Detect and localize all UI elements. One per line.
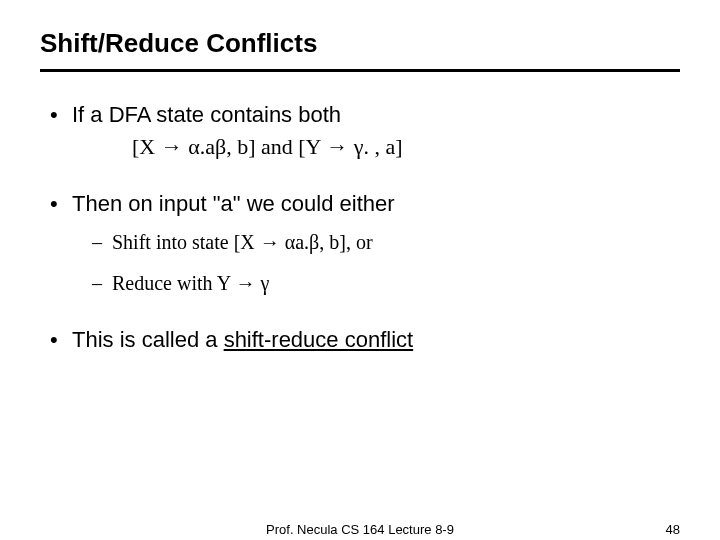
bullet-3: This is called a shift-reduce conflict (50, 325, 680, 355)
bullet-2: Then on input "a" we could either Shift … (50, 189, 680, 297)
bullet-1: If a DFA state contains both [X → α.aβ, … (50, 100, 680, 161)
bullet-3-pre: This is called a (72, 327, 224, 352)
bullet-2-sub-1: Shift into state [X → αa.β, b], or (92, 229, 680, 256)
slide-number: 48 (666, 522, 680, 537)
bullet-3-underline: shift-reduce conflict (224, 327, 414, 352)
bullet-1-lead: If a DFA state contains both (72, 102, 341, 127)
slide-body: If a DFA state contains both [X → α.aβ, … (40, 100, 680, 355)
bullet-1-items: [X → α.aβ, b] and [Y → γ. , a] (72, 132, 680, 162)
footer-center: Prof. Necula CS 164 Lecture 8-9 (0, 522, 720, 537)
bullet-2-lead: Then on input "a" we could either (72, 191, 395, 216)
slide: Shift/Reduce Conflicts If a DFA state co… (0, 0, 720, 540)
slide-title: Shift/Reduce Conflicts (40, 28, 680, 72)
bullet-2-sub-2: Reduce with Y → γ (92, 270, 680, 297)
